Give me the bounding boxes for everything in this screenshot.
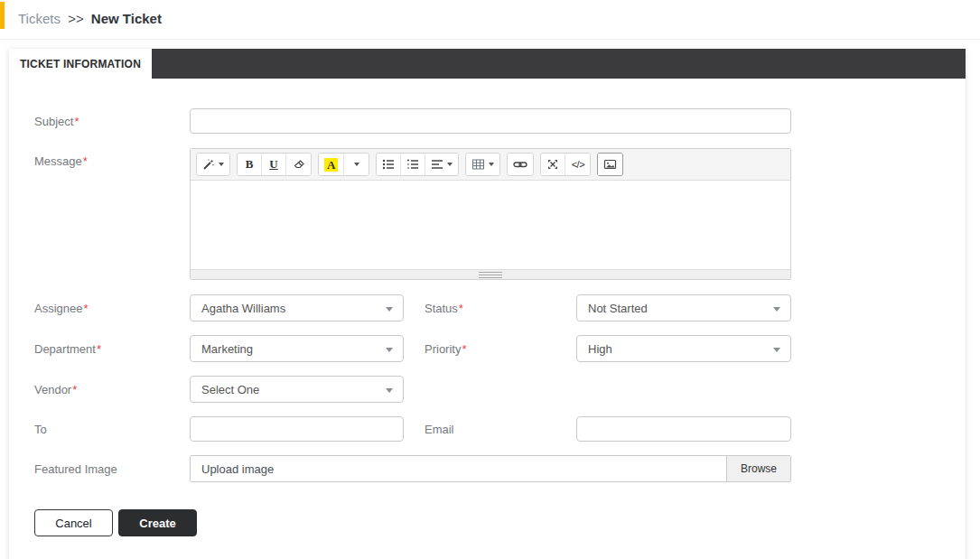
featured-image-row: Featured Image Upload image Browse [34,455,966,482]
chevron-down-icon [773,348,780,352]
message-input[interactable] [191,181,790,269]
upload-image-field[interactable]: Upload image [191,456,726,481]
department-priority-row: Department* Marketing Priority* High [34,335,966,362]
assignee-select[interactable]: Agatha Williams [190,294,404,321]
create-button[interactable]: Create [118,509,197,536]
status-label: Status* [425,302,576,315]
font-color-group: A [318,153,369,176]
unordered-list-button[interactable] [377,154,401,175]
font-color-dropdown[interactable] [344,154,369,175]
chevron-down-icon [773,307,780,312]
view-group: </> [540,153,591,176]
browse-button[interactable]: Browse [726,456,790,481]
chevron-down-icon [447,163,453,166]
top-header: Tickets >> New Ticket [0,0,980,40]
message-label: Message* [34,148,190,168]
code-view-glyph: </> [572,159,584,170]
form-actions: Cancel Create [34,509,966,559]
status-select[interactable]: Not Started [576,294,791,321]
vendor-label: Vendor* [34,383,190,396]
chevron-down-icon [354,163,359,166]
assignee-value: Agatha Williams [201,302,285,315]
breadcrumb-separator: >> [68,11,84,26]
breadcrumb: Tickets >> New Ticket [0,0,980,38]
ticket-form-card: TICKET INFORMATION Subject* Message* [9,49,966,559]
magic-style-button[interactable] [197,154,229,175]
subject-row: Subject* [34,108,966,134]
accent-bar [0,2,5,29]
subject-input[interactable] [190,108,791,134]
message-row: Message* B U [34,148,966,280]
cancel-button[interactable]: Cancel [34,509,113,536]
priority-label: Priority* [425,342,576,356]
assignee-status-row: Assignee* Agatha Williams Status* Not St… [34,294,966,321]
ordered-list-icon [406,158,419,171]
to-input[interactable] [190,416,404,442]
email-label: Email [425,423,576,436]
vendor-value: Select One [201,383,259,396]
chevron-down-icon [219,163,224,166]
department-label: Department* [34,342,190,356]
editor-resize-handle[interactable] [191,269,790,279]
email-input[interactable] [576,416,791,442]
fullscreen-icon [546,158,559,171]
chevron-down-icon [386,307,393,312]
code-view-button[interactable]: </> [565,154,590,175]
chevron-down-icon [489,163,494,166]
insert-picture-button[interactable] [598,154,622,175]
fullscreen-button[interactable] [541,154,565,175]
required-marker: * [97,342,101,356]
required-marker: * [72,383,77,396]
assignee-label: Assignee* [34,302,190,315]
tab-ticket-information[interactable]: TICKET INFORMATION [9,49,152,79]
chevron-down-icon [386,348,393,352]
status-value: Not Started [588,302,648,315]
priority-value: High [588,342,612,356]
featured-image-upload: Upload image Browse [190,455,791,482]
picture-group [597,153,623,176]
tab-bar: TICKET INFORMATION [9,49,966,79]
link-group [507,153,534,176]
unordered-list-icon [382,158,395,171]
ordered-list-button[interactable] [401,154,425,175]
clear-format-button[interactable] [286,154,311,175]
bold-button[interactable]: B [238,154,262,175]
eraser-icon [293,158,305,171]
picture-icon [603,158,617,171]
font-color-glyph: A [324,158,338,172]
table-button[interactable] [466,154,499,175]
list-align-group [376,153,459,176]
underline-glyph: U [269,157,277,172]
font-style-group: B U [237,153,312,176]
style-group [196,153,230,176]
ticket-form: Subject* Message* B U [9,79,966,559]
grip-icon [479,272,502,278]
editor-toolbar: B U A [191,149,790,181]
required-marker: * [83,302,88,315]
chevron-down-icon [386,388,393,393]
to-email-row: To Email [34,416,966,442]
priority-select[interactable]: High [576,335,791,362]
paragraph-align-icon [431,158,443,171]
table-icon [471,158,485,171]
department-value: Marketing [201,342,253,356]
required-marker: * [462,342,466,356]
department-select[interactable]: Marketing [190,335,404,362]
magic-wand-icon [202,158,215,171]
subject-label: Subject* [34,115,190,128]
paragraph-align-button[interactable] [425,154,458,175]
breadcrumb-tickets-link[interactable]: Tickets [18,11,61,26]
table-group [465,153,500,176]
vendor-row: Vendor* Select One [34,376,966,403]
required-marker: * [83,154,88,168]
bold-glyph: B [246,157,254,172]
underline-button[interactable]: U [262,154,286,175]
font-color-button[interactable]: A [319,154,344,175]
insert-link-button[interactable] [508,154,533,175]
tab-bar-fill [152,49,966,79]
link-icon [513,158,527,171]
vendor-select[interactable]: Select One [190,376,404,403]
page-title: New Ticket [91,11,162,26]
required-marker: * [74,115,79,128]
featured-image-label: Featured Image [34,462,190,476]
